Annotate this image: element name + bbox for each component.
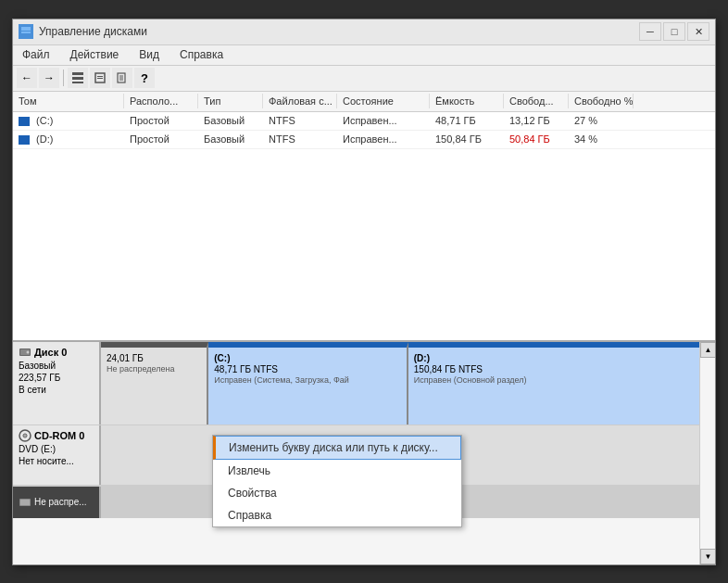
cdrom-label: CD-ROM 0 DVD (E:) Нет носите...: [13, 425, 101, 485]
disk0-row: Диск 0 Базовый 223,57 ГБ В сети 24,01 ГБ…: [13, 342, 699, 425]
cell-tip-c: Базовый: [198, 114, 263, 127]
cell-tom-d: (D:): [13, 133, 124, 146]
cell-raspo-c: Простой: [124, 114, 198, 127]
scrollbar-track: [700, 358, 715, 549]
help-button[interactable]: ?: [134, 68, 155, 88]
menu-action[interactable]: Действие: [65, 47, 125, 62]
disk-table: Том Располо... Тип Файловая с... Состоян…: [13, 92, 715, 342]
svg-rect-2: [21, 32, 31, 33]
context-menu: Изменить букву диска или путь к диску...…: [212, 435, 462, 527]
cdrom-type: DVD (E:): [19, 444, 94, 454]
svg-rect-7: [97, 76, 103, 77]
minimize-button[interactable]: ─: [639, 22, 661, 41]
menu-bar: Файл Действие Вид Справка: [13, 45, 715, 66]
title-bar-left: Управление дисками: [19, 24, 147, 39]
view-button[interactable]: [68, 68, 88, 88]
col-header-tom: Том: [13, 94, 124, 108]
cell-emkost-c: 48,71 ГБ: [430, 114, 504, 127]
col-header-tip: Тип: [198, 94, 263, 108]
svg-rect-4: [72, 77, 83, 80]
table-row[interactable]: (C:) Простой Базовый NTFS Исправен... 48…: [13, 112, 715, 131]
cell-raspo-d: Простой: [124, 133, 198, 146]
partition-c-name: (C:): [214, 353, 401, 363]
app-icon: [19, 24, 33, 39]
partition-c-info: Исправен (Система, Загрузка, Фай: [214, 375, 401, 385]
partition-d-name: (D:): [414, 353, 694, 363]
partition-unallocated-label: Не распределена: [107, 364, 201, 374]
cell-status-d: Исправен...: [337, 133, 430, 146]
col-header-emkost: Ёмкость: [430, 94, 504, 108]
cell-tom-c: (C:): [13, 114, 124, 127]
main-window: Управление дисками ─ □ ✕ Файл Действие В…: [12, 19, 716, 565]
cell-fs-d: NTFS: [263, 133, 337, 146]
partition-c[interactable]: (C:) 48,71 ГБ NTFS Исправен (Система, За…: [208, 342, 408, 425]
back-button[interactable]: ←: [17, 68, 37, 88]
cell-fs-c: NTFS: [263, 114, 337, 127]
col-header-svobod: Свобод...: [504, 94, 569, 108]
cell-svobodp-c: 27 %: [569, 114, 634, 127]
content-area: Том Располо... Тип Файловая с... Состоян…: [13, 92, 715, 564]
disk0-name: Диск 0: [34, 347, 67, 358]
context-menu-item-eject[interactable]: Извлечь: [213, 460, 461, 482]
cell-svobodp-d: 34 %: [569, 133, 634, 146]
toolbar-separator-1: [63, 70, 64, 86]
partition-unallocated[interactable]: 24,01 ГБ Не распределена: [101, 342, 208, 425]
partition-c-size: 48,71 ГБ NTFS: [214, 364, 401, 374]
disk0-size: 223,57 ГБ: [19, 373, 94, 383]
title-bar: Управление дисками ─ □ ✕: [13, 19, 715, 45]
bottom-panel: ▲ ▼ Диск 0 Базовый 223,57 Г: [13, 342, 715, 564]
unallocated-label: Не распре...: [13, 487, 101, 518]
cell-svobod-c: 13,12 ГБ: [504, 114, 569, 127]
forward-button[interactable]: →: [39, 68, 59, 88]
scrollbar-up-btn[interactable]: ▲: [700, 342, 715, 358]
cell-svobod-d: 50,84 ГБ: [504, 133, 569, 146]
col-header-status: Состояние: [337, 94, 430, 108]
menu-file[interactable]: Файл: [17, 47, 56, 62]
cdrom-row: CD-ROM 0 DVD (E:) Нет носите... Изменить…: [13, 425, 699, 486]
table-body: (C:) Простой Базовый NTFS Исправен... 48…: [13, 112, 715, 149]
properties-button[interactable]: [90, 68, 110, 88]
svg-point-15: [27, 350, 30, 353]
context-menu-item-help[interactable]: Справка: [213, 504, 461, 526]
toolbar: ← → ?: [13, 66, 715, 92]
menu-view[interactable]: Вид: [133, 47, 165, 62]
table-header: Том Располо... Тип Файловая с... Состоян…: [13, 92, 715, 112]
disk-icon: [19, 346, 31, 359]
cdrom-area: Изменить букву диска или путь к диску...…: [101, 425, 699, 485]
partition-d[interactable]: (D:) 150,84 ГБ NTFS Исправен (Основной р…: [408, 342, 699, 425]
cdrom-status: Нет носите...: [19, 456, 94, 466]
svg-rect-1: [21, 27, 31, 31]
window-title: Управление дисками: [39, 25, 147, 38]
menu-help[interactable]: Справка: [174, 47, 229, 62]
disk0-label: Диск 0 Базовый 223,57 ГБ В сети: [13, 342, 101, 425]
cell-emkost-d: 150,84 ГБ: [430, 133, 504, 146]
table-row[interactable]: (D:) Простой Базовый NTFS Исправен... 15…: [13, 131, 715, 149]
partition-d-info: Исправен (Основной раздел): [414, 375, 694, 385]
cdrom-icon: [19, 429, 31, 442]
scrollbar-vertical[interactable]: ▲ ▼: [699, 342, 715, 564]
col-header-raspo: Располо...: [124, 94, 198, 108]
context-menu-item-change-letter[interactable]: Изменить букву диска или путь к диску...: [213, 436, 461, 460]
context-menu-item-properties[interactable]: Свойства: [213, 482, 461, 504]
close-button[interactable]: ✕: [687, 22, 709, 41]
svg-rect-5: [72, 82, 83, 83]
svg-rect-3: [72, 72, 83, 75]
col-header-svobodp: Свободно %: [569, 94, 634, 108]
svg-rect-20: [20, 500, 30, 505]
cdrom-name: CD-ROM 0: [34, 430, 84, 441]
title-controls: ─ □ ✕: [639, 22, 709, 41]
svg-rect-8: [97, 78, 103, 79]
edit-button[interactable]: [112, 68, 132, 88]
svg-point-18: [24, 435, 26, 437]
partition-d-size: 150,84 ГБ NTFS: [414, 364, 694, 374]
cell-tip-d: Базовый: [198, 133, 263, 146]
disk0-type: Базовый: [19, 361, 94, 371]
maximize-button[interactable]: □: [663, 22, 685, 41]
col-header-fs: Файловая с...: [263, 94, 337, 108]
disk0-status: В сети: [19, 385, 94, 395]
unallocated-icon: [19, 496, 31, 509]
partition-unallocated-size: 24,01 ГБ: [107, 353, 201, 363]
unallocated-text: Не распре...: [34, 497, 87, 507]
disk0-partitions: 24,01 ГБ Не распределена (C:) 48,71 ГБ N…: [101, 342, 699, 425]
scrollbar-down-btn[interactable]: ▼: [700, 549, 715, 564]
